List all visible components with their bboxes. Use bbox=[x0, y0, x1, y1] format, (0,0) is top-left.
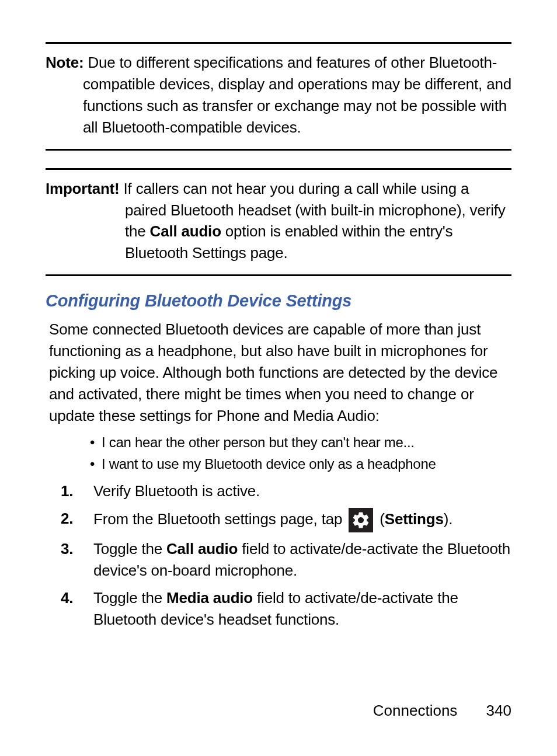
settings-bold: Settings bbox=[385, 510, 444, 528]
important-text: Important! If callers can not hear you d… bbox=[46, 178, 511, 264]
step-paren-open: ( bbox=[380, 510, 384, 528]
list-item: I want to use my Bluetooth device only a… bbox=[102, 453, 511, 475]
footer-section: Connections bbox=[373, 702, 458, 719]
step-text: Verify Bluetooth is active. bbox=[93, 482, 260, 500]
list-item: I can hear the other person but they can… bbox=[102, 431, 511, 453]
call-audio-bold: Call audio bbox=[150, 222, 221, 240]
step-number: 1. bbox=[61, 480, 73, 502]
note-continuation: compatible devices, display and operatio… bbox=[46, 74, 511, 138]
important-line1: If callers can not hear you during a cal… bbox=[120, 180, 469, 197]
bullet-list: I can hear the other person but they can… bbox=[46, 431, 511, 475]
footer-page-number: 340 bbox=[486, 702, 511, 719]
step-text-before: Toggle the bbox=[93, 540, 166, 558]
step-number: 2. bbox=[61, 508, 73, 529]
step-item: 3. Toggle the Call audio field to activa… bbox=[61, 538, 511, 581]
step-number: 4. bbox=[61, 587, 73, 609]
call-audio-bold: Call audio bbox=[166, 540, 238, 558]
media-audio-bold: Media audio bbox=[166, 589, 253, 607]
important-continuation: paired Bluetooth headset (with built-in … bbox=[46, 200, 511, 264]
step-item: 2. From the Bluetooth settings page, tap… bbox=[61, 508, 511, 532]
note-box: Note: Due to different specifications an… bbox=[46, 42, 511, 151]
note-text: Note: Due to different specifications an… bbox=[46, 52, 511, 138]
step-list: 1. Verify Bluetooth is active. 2. From t… bbox=[46, 480, 511, 630]
step-text-before: Toggle the bbox=[93, 589, 166, 607]
note-line1: Due to different specifications and feat… bbox=[83, 54, 497, 71]
important-box: Important! If callers can not hear you d… bbox=[46, 168, 511, 277]
intro-paragraph: Some connected Bluetooth devices are cap… bbox=[46, 319, 511, 427]
step-paren-close: ). bbox=[444, 510, 452, 528]
gear-icon bbox=[349, 508, 373, 532]
page-footer: Connections 340 bbox=[373, 702, 511, 720]
section-heading: Configuring Bluetooth Device Settings bbox=[46, 291, 511, 311]
step-number: 3. bbox=[61, 538, 73, 560]
step-item: 1. Verify Bluetooth is active. bbox=[61, 480, 511, 502]
step-item: 4. Toggle the Media audio field to activ… bbox=[61, 587, 511, 630]
note-label: Note: bbox=[46, 54, 83, 71]
step-text-before: From the Bluetooth settings page, tap bbox=[93, 510, 346, 528]
important-label: Important! bbox=[46, 180, 120, 197]
